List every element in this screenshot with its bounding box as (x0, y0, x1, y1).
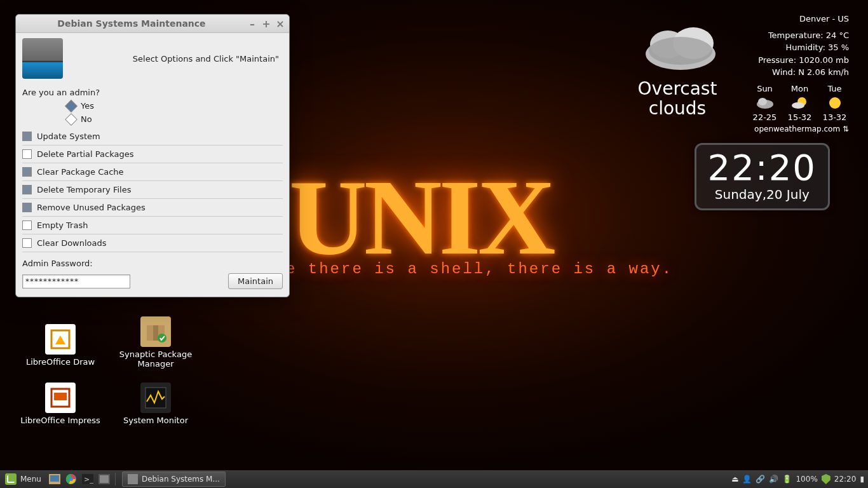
window-titlebar[interactable]: Debian Systems Maintenance – + × (16, 15, 289, 33)
taskbar: Menu >_ Debian Systems M... ⏏ 👤 🔗 🔊 🔋 10… (0, 470, 868, 488)
svg-rect-25 (100, 475, 109, 483)
maximize-button[interactable]: + (261, 18, 271, 29)
check-delete-temp[interactable]: Delete Temporary Files (22, 181, 283, 199)
radio-no[interactable]: No (67, 114, 283, 124)
svg-point-6 (158, 334, 166, 342)
desktop[interactable]: UNIX e there is a shell, there is a way.… (0, 0, 868, 470)
desktop-icon-libreoffice-impress[interactable]: LibreOffice Impress (13, 383, 108, 425)
svg-point-21 (69, 477, 73, 481)
weather-widget: Denver - US Temperature: 24 °C Humidity:… (627, 13, 862, 133)
tray-shield-icon[interactable] (822, 474, 831, 484)
tray-eject-icon[interactable]: ⏏ (731, 475, 738, 484)
forecast-day: Tue13-32 (820, 84, 849, 122)
weather-pressure: Pressure: 1020.00 mb (728, 54, 849, 67)
forecast-day: Mon15-32 (785, 84, 814, 122)
cloud-icon (627, 13, 728, 83)
window-instruction: Select Options and Click "Maintain" (76, 54, 283, 64)
tray-network-icon[interactable]: 🔗 (756, 475, 765, 484)
svg-point-15 (792, 102, 804, 109)
check-delete-partial[interactable]: Delete Partial Packages (22, 146, 283, 163)
svg-text:>_: >_ (84, 475, 93, 484)
check-empty-trash[interactable]: Empty Trash (22, 217, 283, 234)
package-icon (140, 316, 171, 347)
svg-point-13 (758, 98, 767, 105)
password-label: Admin Password: (22, 259, 283, 268)
svg-point-11 (649, 37, 712, 65)
system-tray: ⏏ 👤 🔗 🔊 🔋 100% 22:20 ▮ (731, 474, 868, 484)
svg-rect-3 (54, 393, 67, 400)
window-title: Debian Systems Maintenance (16, 18, 247, 29)
clock-widget: 22:20 Sunday,20 July (695, 143, 830, 210)
wallpaper-subtitle: e there is a shell, there is a way. (286, 261, 673, 278)
clock-time: 22:20 (708, 150, 817, 186)
disk-icon (22, 38, 63, 79)
clock-date: Sunday,20 July (708, 187, 817, 202)
svg-point-16 (829, 97, 841, 109)
show-desktop-icon[interactable] (48, 473, 62, 485)
svg-rect-18 (50, 475, 59, 482)
check-clear-cache[interactable]: Clear Package Cache (22, 163, 283, 181)
tray-clock[interactable]: 22:20 (834, 475, 857, 484)
terminal-icon[interactable]: >_ (81, 473, 95, 485)
check-update-system[interactable]: Update System (22, 128, 283, 146)
icon-label: System Monitor (108, 416, 203, 425)
chrome-icon[interactable] (64, 473, 78, 485)
files-icon[interactable] (97, 473, 111, 485)
tray-battery-pct: 100% (796, 475, 817, 484)
icon-label: LibreOffice Impress (13, 416, 108, 425)
tray-volume-icon[interactable]: 🔊 (769, 475, 778, 484)
weather-wind: Wind: N 2.06 km/h (728, 66, 849, 79)
admin-question: Are you an admin? (22, 88, 283, 97)
taskbar-item-debian-maintenance[interactable]: Debian Systems M... (122, 471, 226, 487)
draw-icon (45, 324, 76, 355)
menu-button[interactable]: Menu (0, 470, 46, 488)
close-button[interactable]: × (275, 18, 285, 29)
desktop-icon-synaptic[interactable]: Synaptic Package Manager (108, 316, 203, 369)
weather-location: Denver - US (728, 13, 849, 25)
maintain-button[interactable]: Maintain (228, 273, 283, 289)
svg-rect-5 (153, 325, 158, 341)
monitor-icon (140, 383, 171, 413)
task-icon (128, 474, 138, 484)
icon-label: LibreOffice Draw (13, 357, 108, 367)
check-remove-unused[interactable]: Remove Unused Packages (22, 199, 283, 217)
forecast-day: Sun22-25 (750, 84, 779, 122)
mint-icon (5, 473, 17, 485)
desktop-icon-system-monitor[interactable]: System Monitor (108, 383, 203, 425)
check-clear-downloads[interactable]: Clear Downloads (22, 234, 283, 252)
tray-sidebar-icon[interactable]: ▮ (860, 475, 864, 484)
password-input[interactable]: ************ (22, 274, 130, 288)
weather-humidity: Humidity: 35 % (728, 41, 849, 54)
minimize-button[interactable]: – (247, 18, 257, 29)
desktop-icon-libreoffice-draw[interactable]: LibreOffice Draw (13, 324, 108, 367)
weather-condition: Overcast clouds (627, 79, 728, 133)
icon-label: Synaptic Package Manager (108, 349, 203, 369)
maintenance-window: Debian Systems Maintenance – + × Select … (15, 14, 290, 297)
tray-user-icon[interactable]: 👤 (742, 475, 752, 484)
impress-icon (45, 383, 76, 413)
weather-source: openweathermap.com ⇅ (728, 125, 862, 133)
radio-yes[interactable]: Yes (67, 101, 283, 111)
tray-battery-icon[interactable]: 🔋 (782, 475, 792, 484)
weather-temp: Temperature: 24 °C (728, 29, 849, 42)
